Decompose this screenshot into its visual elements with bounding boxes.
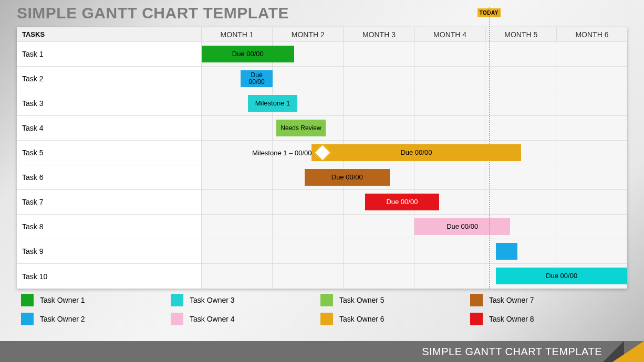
month-cell bbox=[344, 91, 414, 115]
task-name-cell: Task 7 bbox=[17, 190, 202, 214]
legend-item: Task Owner 7 bbox=[470, 294, 620, 306]
gantt-bar-label: Due 00/00 bbox=[331, 174, 363, 181]
legend-swatch bbox=[171, 313, 183, 325]
gantt-bar[interactable]: Needs Review bbox=[276, 120, 326, 136]
gantt-bar[interactable]: Due 00/00 bbox=[202, 46, 294, 62]
month-cell bbox=[344, 67, 414, 91]
month-cell bbox=[556, 116, 627, 140]
month-cell bbox=[273, 190, 344, 214]
month-cell bbox=[556, 239, 627, 263]
task-name-cell: Task 3 bbox=[17, 91, 202, 115]
gantt-row-timeline: Due 00/00 bbox=[202, 215, 627, 239]
today-label: TODAY bbox=[480, 10, 498, 16]
legend-label: Task Owner 7 bbox=[489, 296, 534, 304]
month-cell bbox=[344, 264, 414, 289]
task-name-cell: Task 1 bbox=[17, 42, 202, 66]
month-cell bbox=[202, 264, 273, 289]
slide: SIMPLE GANTT CHART TEMPLATE TODAY TASKS … bbox=[0, 0, 644, 362]
gantt-chart: TASKS MONTH 1MONTH 2MONTH 3MONTH 4MONTH … bbox=[17, 27, 627, 289]
legend-swatch bbox=[470, 313, 483, 325]
legend-label: Task Owner 2 bbox=[40, 315, 85, 323]
gantt-bar[interactable]: Due 00/00 bbox=[311, 144, 521, 161]
gantt-row-timeline: Due 00/00 bbox=[202, 264, 627, 289]
gantt-row: Task 5Due 00/00Milestone 1 – 00/00 bbox=[17, 141, 627, 165]
month-cell bbox=[344, 215, 414, 239]
month-header: MONTH 2 bbox=[273, 27, 344, 41]
today-tag: TODAY bbox=[477, 8, 501, 17]
gantt-timeline-header: MONTH 1MONTH 2MONTH 3MONTH 4MONTH 5MONTH… bbox=[202, 27, 627, 41]
month-cell bbox=[414, 239, 485, 263]
gantt-bar-label: Due 00/00 bbox=[244, 72, 269, 85]
gantt-row-timeline: Due 00/00 bbox=[202, 67, 627, 91]
month-cell bbox=[485, 190, 556, 214]
footer-bar: SIMPLE GANTT CHART TEMPLATE bbox=[0, 341, 644, 362]
task-name-cell: Task 4 bbox=[17, 116, 202, 140]
gantt-bar[interactable]: Due 00/00 bbox=[305, 169, 390, 186]
legend-label: Task Owner 1 bbox=[40, 296, 85, 304]
gantt-bar[interactable]: Due 00/00 bbox=[241, 70, 273, 87]
gantt-bar[interactable]: Due 00/00 bbox=[365, 194, 440, 210]
legend-swatch bbox=[171, 294, 183, 306]
month-cell bbox=[556, 190, 627, 214]
month-cell bbox=[556, 141, 627, 165]
legend-label: Task Owner 5 bbox=[339, 296, 385, 304]
gantt-header-row: TASKS MONTH 1MONTH 2MONTH 3MONTH 4MONTH … bbox=[17, 27, 627, 42]
gantt-bar[interactable]: Due 00/00 bbox=[414, 218, 510, 235]
gantt-row-timeline: Due 00/00 bbox=[202, 42, 627, 66]
task-name-cell: Task 6 bbox=[17, 165, 202, 189]
tasks-column-header: TASKS bbox=[17, 27, 202, 41]
gantt-bar-label: Due 00/00 bbox=[400, 149, 432, 156]
legend-label: Task Owner 8 bbox=[489, 315, 534, 323]
month-cell bbox=[485, 42, 556, 66]
gantt-bar-label: Due 00/00 bbox=[232, 50, 264, 58]
legend-item: Task Owner 6 bbox=[320, 313, 470, 325]
gantt-bar-label: Due 00/00 bbox=[386, 198, 418, 206]
month-header: MONTH 1 bbox=[202, 27, 273, 41]
gantt-bar-label: Due 00/00 bbox=[446, 223, 478, 230]
month-cell bbox=[202, 215, 273, 239]
month-cell bbox=[485, 91, 556, 115]
month-cell bbox=[556, 42, 627, 66]
gantt-bar[interactable]: Due 00/00 bbox=[496, 268, 627, 284]
month-cell bbox=[414, 165, 485, 189]
legend-item: Task Owner 2 bbox=[21, 313, 171, 325]
month-cell bbox=[414, 116, 485, 140]
month-cell bbox=[273, 239, 344, 263]
task-name-cell: Task 10 bbox=[17, 264, 202, 289]
month-cell bbox=[344, 42, 414, 66]
gantt-row: Task 3Milestone 1 bbox=[17, 91, 627, 116]
month-cell bbox=[485, 67, 556, 91]
gantt-row: Task 7Due 00/00 bbox=[17, 190, 627, 215]
month-cell bbox=[344, 116, 414, 140]
legend-swatch bbox=[470, 294, 483, 306]
month-cell bbox=[556, 91, 627, 115]
legend-label: Task Owner 6 bbox=[339, 315, 385, 323]
gantt-row: Task 9 bbox=[17, 239, 627, 264]
gantt-row: Task 6Due 00/00 bbox=[17, 165, 627, 190]
page-title: SIMPLE GANTT CHART TEMPLATE bbox=[17, 4, 289, 22]
month-cell bbox=[414, 91, 485, 115]
task-name-cell: Task 2 bbox=[17, 67, 202, 91]
footer-accent-orange bbox=[612, 341, 644, 362]
month-cell bbox=[202, 116, 273, 140]
gantt-row: Task 10Due 00/00 bbox=[17, 264, 627, 289]
task-name-cell: Task 5 bbox=[17, 141, 202, 165]
month-cell bbox=[414, 264, 485, 289]
gantt-bar-label: Milestone 1 bbox=[255, 100, 290, 107]
legend-item: Task Owner 5 bbox=[320, 294, 470, 306]
gantt-row-timeline: Due 00/00 bbox=[202, 165, 627, 189]
legend-label: Task Owner 3 bbox=[190, 296, 235, 304]
month-cell bbox=[556, 165, 627, 189]
legend-label: Task Owner 4 bbox=[190, 315, 235, 323]
gantt-row-timeline: Milestone 1 bbox=[202, 91, 627, 115]
month-cell bbox=[273, 215, 344, 239]
month-cell bbox=[202, 141, 273, 165]
gantt-row: Task 4Needs Review bbox=[17, 116, 627, 141]
gantt-bar[interactable]: Milestone 1 bbox=[248, 95, 298, 112]
month-cell bbox=[414, 42, 485, 66]
gantt-row: Task 1Due 00/00 bbox=[17, 42, 627, 67]
legend-swatch bbox=[21, 313, 34, 325]
gantt-bar[interactable] bbox=[496, 243, 517, 260]
month-cell bbox=[273, 264, 344, 289]
legend-item: Task Owner 3 bbox=[171, 294, 320, 306]
